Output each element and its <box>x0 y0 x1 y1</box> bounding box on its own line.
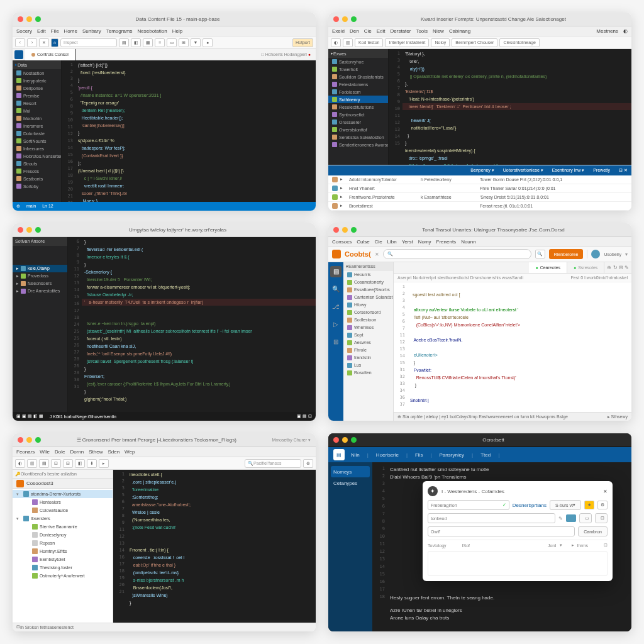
sidebar-item[interactable]: ▸ fuseonsoers <box>13 280 67 287</box>
icon-button[interactable]: ⊡ <box>595 513 608 523</box>
dialog-input[interactable]: Freberagirlon✓ <box>428 500 509 510</box>
toolbar-item[interactable]: Kod teston <box>355 38 383 47</box>
sidebar-item[interactable]: Hobrotos.Nonserters <box>13 152 61 160</box>
sidebar-item[interactable]: Inersmore <box>13 122 61 130</box>
sidebar-item[interactable]: Nostastion <box>13 69 61 77</box>
menu-item[interactable]: Help <box>172 28 182 34</box>
menu-item[interactable]: Libn <box>387 239 397 245</box>
close-tab-icon[interactable]: ✕ <box>375 252 379 257</box>
menu-item[interactable]: Edit <box>37 28 46 34</box>
tool-btn[interactable]: ⊞ <box>179 38 189 47</box>
tree-node[interactable]: Eembstytolet <box>13 555 113 564</box>
sidebar-item[interactable]: Fodolosom <box>328 88 388 96</box>
tool-btn[interactable]: ⬇ <box>87 459 97 468</box>
files-icon[interactable]: ▤ <box>330 266 341 277</box>
maximize-icon[interactable] <box>35 16 41 22</box>
tool-btn[interactable]: ▤ <box>119 38 129 47</box>
code-editor[interactable]: ('attach') {id:['']} fixed: {restNoerted… <box>75 60 316 202</box>
panel-row[interactable]: ▸Adold IntonmoryTolantorh FeledteortenyT… <box>328 175 631 184</box>
sidebar-item[interactable]: Lus <box>343 362 393 369</box>
tool-btn[interactable]: ◐ <box>15 459 25 468</box>
sidebar-item[interactable]: Essattoee(Sworbs <box>343 286 393 294</box>
maximize-icon[interactable] <box>35 437 41 443</box>
sidebar-item[interactable]: Corseronsord <box>343 309 393 316</box>
dialog-link[interactable]: Desnerbprtians <box>513 502 547 508</box>
menu-item[interactable]: Consocs <box>332 239 352 245</box>
menu-item[interactable]: Nesebotation <box>138 28 167 34</box>
minimize-icon[interactable] <box>342 227 348 233</box>
nav-tab[interactable]: Tted <box>480 452 491 458</box>
user-label[interactable]: Usobelry <box>604 252 621 257</box>
menu-item[interactable]: Sden <box>108 449 119 455</box>
nav-tab[interactable]: Hoeriscrle <box>376 452 399 458</box>
tab-active[interactable]: Controls Consol <box>25 49 75 60</box>
maximize-icon[interactable] <box>351 16 357 22</box>
sidebar-item[interactable]: Seratistsa Soleatostlon <box>328 133 388 141</box>
menu-item[interactable]: File <box>51 28 59 34</box>
gear-icon[interactable]: ⚙ <box>597 501 608 509</box>
close-icon[interactable] <box>333 16 339 22</box>
menu-item[interactable]: Cie <box>375 239 382 245</box>
sidebar-item[interactable]: ▸ Dre Annestotites <box>13 287 67 295</box>
sidebar-item[interactable]: Orossuerer <box>328 118 388 126</box>
action-button[interactable]: Rienberoree <box>549 249 584 259</box>
menu-item[interactable]: Sthew <box>89 449 103 455</box>
dialog-close-icon[interactable]: ✕ <box>603 489 608 494</box>
minimize-icon[interactable] <box>342 437 348 443</box>
minimize-icon[interactable] <box>26 16 32 22</box>
menu-item[interactable]: Dornn <box>70 449 84 455</box>
sidebar-item[interactable]: frandstin <box>343 354 393 362</box>
tool-btn[interactable]: ◧ <box>75 459 85 468</box>
tool-btn[interactable]: ▭ <box>167 38 177 47</box>
sidebar-item[interactable]: Sastonryhoe <box>328 58 388 65</box>
toolbar-item[interactable]: Noloy <box>431 38 450 47</box>
menu-item[interactable]: Nomy <box>418 239 431 245</box>
menu-item[interactable]: Feonars <box>16 449 35 455</box>
sidebar-item[interactable]: Sopt <box>343 331 393 339</box>
tree-node[interactable]: ▾atondma-Dremr-Xurtorsts <box>13 490 113 498</box>
sidebar-item[interactable]: Strouts <box>13 160 61 167</box>
toolbar-item[interactable]: Clessintolineage <box>499 38 539 47</box>
sidebar-item[interactable]: Whehleos <box>343 324 393 331</box>
menu-item[interactable]: Home <box>64 28 77 34</box>
sidebar-item[interactable]: Cosamstonerty <box>343 279 393 286</box>
tool-btn[interactable]: ▤ <box>39 459 49 468</box>
tool-btn[interactable]: ⊕ <box>303 459 313 468</box>
menu-item[interactable]: Nounn <box>461 239 476 245</box>
tool-btn[interactable]: ◧ <box>131 38 141 47</box>
tree-node[interactable]: Sterrive Baonnanie <box>13 523 113 531</box>
menu-item[interactable]: Socery <box>16 28 32 34</box>
menu-item[interactable]: Sunbary <box>82 28 101 34</box>
search-input[interactable]: 🔍 Pacifiel'fansos <box>245 459 301 468</box>
url-input[interactable]: 🔍 <box>383 249 531 259</box>
panel-row[interactable]: ▸BrontstirrestFerast rese:(tl. 01u1:0.0:… <box>328 202 631 211</box>
panel-close-icon[interactable]: ⊟ ✕ <box>619 168 628 173</box>
ext-icon[interactable]: ⊞ <box>330 336 341 348</box>
panel-row[interactable]: ▸Hrwt YhanertFhre Thaner Sanar 0:01(214)… <box>328 184 631 193</box>
menu-item[interactable]: Dole <box>55 449 65 455</box>
sidebar-item[interactable]: Resort <box>13 99 61 107</box>
panel-tab[interactable]: Prewetly <box>593 168 610 172</box>
sidebar-item[interactable]: Inbersures <box>13 145 61 152</box>
stop-button[interactable]: ✕ <box>39 38 49 47</box>
sidebar-item[interactable]: Inerypoteric <box>13 77 61 84</box>
sidebar-item[interactable]: Owerstsionttof <box>328 126 388 133</box>
sidebar-item[interactable]: Dolorbaste <box>13 130 61 137</box>
icon-button[interactable]: ▭ <box>579 513 592 523</box>
menu-item[interactable]: Den <box>350 28 359 34</box>
sidebar-item[interactable]: SortiNounts <box>13 137 61 145</box>
close-icon[interactable] <box>18 16 23 22</box>
confirm-button[interactable]: Cambron <box>578 526 608 536</box>
tool-btn[interactable]: ≡ <box>155 38 165 47</box>
menu-item[interactable]: Exeld <box>332 28 345 34</box>
nav-tab[interactable]: Niln <box>351 452 360 458</box>
maximize-icon[interactable] <box>351 227 357 233</box>
sidebar-item[interactable]: Cetanypes <box>331 477 370 489</box>
maximize-icon[interactable] <box>35 227 41 233</box>
menu-item[interactable]: Tools <box>416 28 428 34</box>
menu-item[interactable]: Wile <box>40 449 50 455</box>
menu-item[interactable]: Niew <box>433 28 444 34</box>
sidebar-item[interactable]: Resolectitutotions <box>328 103 388 111</box>
tree-node[interactable]: Roposn <box>13 539 113 547</box>
editor-tab[interactable]: ●Ssresotes <box>567 262 604 274</box>
